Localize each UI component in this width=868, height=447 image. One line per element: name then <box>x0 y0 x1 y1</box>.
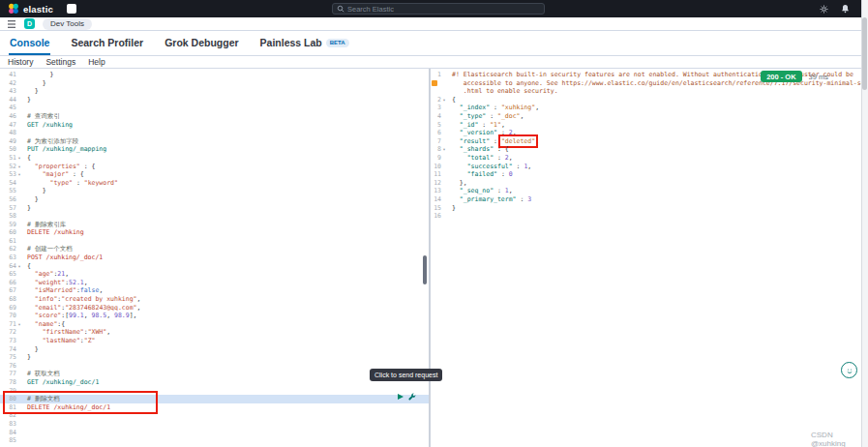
line-number: 79 <box>0 387 23 396</box>
line-number: 74 <box>0 345 23 354</box>
space-avatar[interactable]: D <box>24 18 35 29</box>
code-line[interactable]: 46# 查询索引 <box>0 112 429 121</box>
page-scrollbar-thumb[interactable] <box>862 17 867 90</box>
fold-toggle-icon[interactable]: ▾ <box>441 145 447 154</box>
token: .html to enable security. <box>452 87 558 95</box>
code-line[interactable]: 85 <box>0 436 429 445</box>
code-line[interactable]: 79 <box>0 387 429 396</box>
fold-toggle-icon[interactable]: ▾ <box>16 170 22 179</box>
help-link[interactable]: Help <box>88 57 105 67</box>
code-line[interactable]: 60DELETE /xuhking <box>0 228 429 237</box>
code-line[interactable]: 66 "weight":52.1, <box>0 279 429 287</box>
code-line[interactable]: 50PUT /xuhking/_mapping <box>0 145 429 154</box>
line-number: 2▾ <box>431 96 448 104</box>
code-line[interactable]: 56 } <box>0 195 429 204</box>
request-options-button[interactable] <box>408 393 416 401</box>
code-line[interactable]: 70 "score":[99.1, 98.5, 98.9], <box>0 312 429 320</box>
code-line[interactable]: 48 <box>0 129 429 137</box>
settings-icon[interactable] <box>820 5 828 14</box>
code-line: 11 "failed" : 0 <box>431 170 861 179</box>
global-search[interactable] <box>332 3 545 15</box>
code-line[interactable]: 63POST /xuhking/_doc/1 <box>0 253 429 262</box>
code-line[interactable]: 55 } <box>0 187 429 195</box>
code-line[interactable]: 68 "info":"created by xuhking", <box>0 295 429 304</box>
code-line[interactable]: 83 <box>0 420 429 429</box>
code-line[interactable]: 45 <box>0 104 429 112</box>
pinned-app-icon[interactable] <box>67 4 76 14</box>
code-line[interactable]: 43 } <box>0 87 429 96</box>
code-line[interactable]: 62# 创建一个文档 <box>0 245 429 253</box>
code-text: # 创建一个文档 <box>23 245 73 253</box>
line-number: 7 <box>431 137 448 146</box>
fold-toggle-icon[interactable]: ▾ <box>16 163 22 171</box>
code-line[interactable]: 84 <box>0 429 429 437</box>
elastic-logo[interactable]: elastic <box>8 3 53 15</box>
code-line[interactable]: 58 <box>0 212 429 221</box>
breadcrumb-devtools[interactable]: Dev Tools <box>43 18 92 30</box>
code-line[interactable]: 49# 为索引添加字段 <box>0 137 429 146</box>
token: "created by xuhking" <box>61 295 136 303</box>
code-line[interactable]: 76 <box>0 362 429 371</box>
code-line[interactable]: 54 "type" : "keyword" <box>0 179 429 188</box>
token: "_primary_term" <box>460 195 517 203</box>
code-line[interactable]: 42 } <box>0 79 429 88</box>
line-number: 73 <box>0 337 23 345</box>
token: : <box>490 137 501 145</box>
editor-scrollbar-thumb[interactable] <box>423 255 427 284</box>
code-line[interactable]: 78GET /xuhking/_doc/1 <box>0 378 429 387</box>
line-number: 78 <box>0 378 23 387</box>
fold-toggle-icon[interactable]: ▾ <box>16 262 22 271</box>
tab-grok-debugger[interactable]: Grok Debugger <box>164 37 239 55</box>
editor-code[interactable]: 41 }42 }43 }44}4546# 查询索引47GET /xuhking4… <box>0 69 429 445</box>
code-line[interactable]: 81DELETE /xuhking/_doc/1 <box>0 403 429 412</box>
code-line[interactable]: 74 } <box>0 345 429 354</box>
fold-toggle-icon[interactable]: ▾ <box>16 320 22 329</box>
history-link[interactable]: History <box>8 57 33 67</box>
code-line[interactable]: 53▾ "major" : { <box>0 170 429 179</box>
global-search-input[interactable] <box>347 5 540 14</box>
line-number: 69 <box>0 304 23 313</box>
code-line[interactable]: 52▾ "properties" : { <box>0 163 429 171</box>
code-line[interactable]: 41 } <box>0 71 429 79</box>
tab-console[interactable]: Console <box>9 37 50 55</box>
token: , <box>527 163 531 170</box>
code-text: { <box>23 262 31 271</box>
code-line[interactable]: 69 "email":"2837468243@qq.com", <box>0 304 429 313</box>
token <box>452 112 460 120</box>
feedback-button[interactable] <box>841 362 857 378</box>
fold-toggle-icon[interactable]: ▾ <box>16 154 22 163</box>
nav-menu-button[interactable] <box>7 20 16 28</box>
code-line[interactable]: 57} <box>0 204 429 213</box>
beta-badge: BETA <box>326 39 349 47</box>
fold-toggle-icon[interactable]: ▾ <box>441 96 447 104</box>
code-line[interactable]: 80# 删除文档 <box>0 395 429 403</box>
code-line[interactable]: 73 "lastName":"Z" <box>0 337 429 345</box>
tab-painless-lab[interactable]: Painless Lab BETA <box>259 37 350 55</box>
code-line[interactable]: 67 "isMarried":false, <box>0 286 429 295</box>
code-line[interactable]: 61 <box>0 237 429 246</box>
token: , <box>65 270 69 278</box>
code-line[interactable]: 44} <box>0 96 429 104</box>
code-text: "major" : { <box>23 170 84 179</box>
page-scrollbar[interactable] <box>861 0 868 447</box>
line-number: 80 <box>0 395 23 403</box>
code-line[interactable]: 82 <box>0 411 429 420</box>
send-request-button[interactable] <box>398 394 404 400</box>
code-line[interactable]: 75} <box>0 353 429 362</box>
code-line[interactable]: 64▾{ <box>0 262 429 271</box>
code-line[interactable]: 71▾ "name":{ <box>0 320 429 329</box>
code-line[interactable]: 51▾{ <box>0 154 429 163</box>
code-line[interactable]: 47GET /xuhking <box>0 121 429 130</box>
code-text: # 删除文档 <box>23 395 60 403</box>
code-line[interactable]: 59# 删除索引库 <box>0 221 429 229</box>
tab-search-profiler[interactable]: Search Profiler <box>70 37 144 55</box>
settings-link[interactable]: Settings <box>45 57 75 67</box>
code-line[interactable]: 65 "age":21, <box>0 270 429 279</box>
token: "_type" <box>460 112 486 120</box>
editor-panel[interactable]: 41 }42 }43 }44}4546# 查询索引47GET /xuhking4… <box>0 69 431 447</box>
code-line[interactable]: 77# 获取文档 <box>0 370 429 378</box>
code-text: } <box>23 353 31 362</box>
code-line[interactable]: 72 "firstName":"XWH", <box>0 328 429 337</box>
code-text: "name":{ <box>23 320 65 329</box>
notifications-icon[interactable] <box>841 4 850 14</box>
